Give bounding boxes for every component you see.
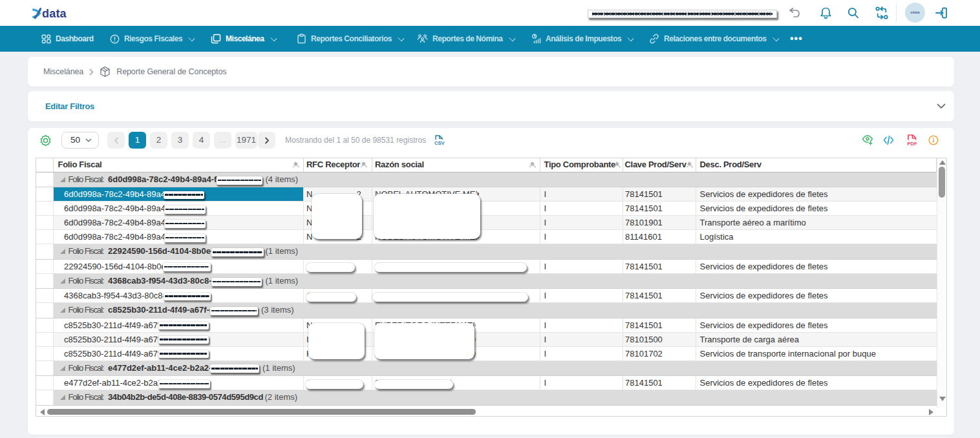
svg-text:data: data	[42, 7, 67, 20]
svg-text:PDF: PDF	[908, 141, 917, 147]
svg-text:CSV: CSV	[434, 140, 444, 146]
